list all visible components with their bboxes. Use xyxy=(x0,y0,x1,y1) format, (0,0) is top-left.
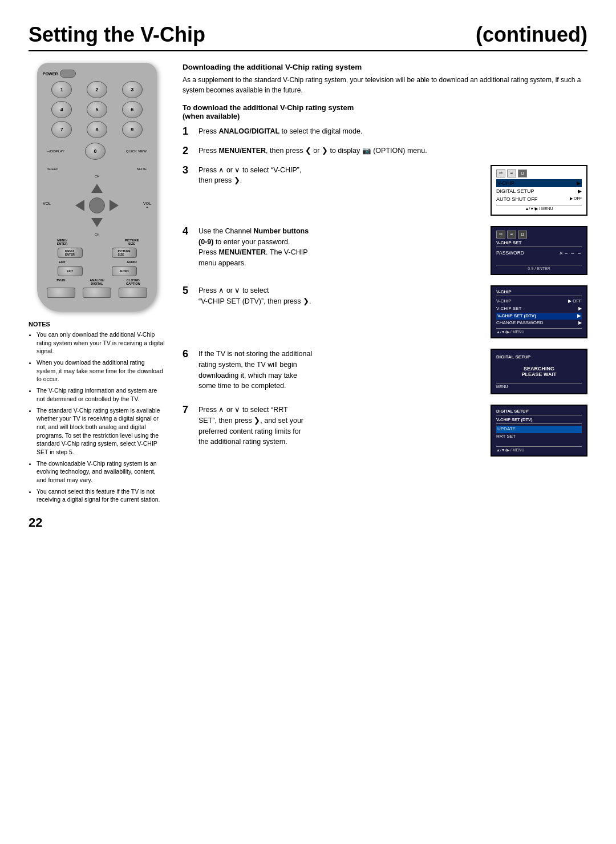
dpad-up-icon xyxy=(91,184,103,193)
btn-8[interactable]: 8 xyxy=(87,121,107,138)
icon-menu-dark: ≡ xyxy=(507,231,516,239)
auto-shut-row: AUTO SHUT OFF▶ OFF xyxy=(496,195,582,203)
remote-control: POWER 1 2 3 4 5 6 7 8 9 –/DISPLAY 0 QUIC… xyxy=(37,63,157,312)
icon-scissors: ✂ xyxy=(496,169,505,177)
step-5-screen: V-CHIP V-CHIP▶ OFF V-CHIP SET▶ V-CHIP SE… xyxy=(491,285,587,341)
power-label: POWER xyxy=(43,72,58,76)
step-4-content: Use the Channel Number buttons (0-9) to … xyxy=(198,226,486,269)
sleep-label: SLEEP xyxy=(47,167,58,171)
screen7-footer: ▲/▼/▶ / MENU xyxy=(496,446,582,453)
change-password-row: CHANGE PASSWORD▶ xyxy=(496,320,582,327)
vol-plus-label: VOL+ xyxy=(143,201,151,209)
audio-label: AUDIO xyxy=(119,260,144,264)
notes-list: You can only download the additional V-C… xyxy=(29,330,165,504)
searching-text: SEARCHINGPLEASE WAIT xyxy=(496,366,582,377)
btn-7[interactable]: 7 xyxy=(51,121,72,138)
step-4: 4 Use the Channel Number buttons (0-9) t… xyxy=(183,226,587,277)
analog-digital-label: ANALOG/DIGITAL xyxy=(84,278,110,285)
btn-2[interactable]: 2 xyxy=(87,81,107,98)
vol-minus-label: VOL– xyxy=(43,201,51,209)
step-4-num: 4 xyxy=(183,226,194,237)
step-2-content: Press MENU/ENTER, then press ❮ or ❯ to d… xyxy=(198,146,587,156)
step-7: 7 Press ∧ or ∨ to select “RRT SET”, then… xyxy=(183,405,587,459)
rrt-screen: DIGITAL SETUP V-CHIP SET (DTV) UPDATE RR… xyxy=(491,405,587,457)
step-3-left: 3 Press ∧ or ∨ to select “V-CHIP”,then p… xyxy=(183,165,486,187)
right-column: Downloading the additional V-Chip rating… xyxy=(183,63,587,530)
ch-label: CH xyxy=(95,175,100,178)
page-title: Setting the V-Chip xyxy=(29,23,205,47)
screen4-footer: 0-9 / ENTER xyxy=(496,265,582,270)
closed-caption-btn[interactable] xyxy=(119,288,147,298)
searching-screen: DIGITAL SETUP SEARCHINGPLEASE WAIT MENU xyxy=(491,349,587,394)
step-6-num: 6 xyxy=(183,349,194,360)
step-5-left: 5 Press ∧ or ∨ to select “V-CHIP SET (DT… xyxy=(183,285,486,307)
downloading-desc: As a supplement to the standard V-Chip r… xyxy=(183,75,587,95)
main-content: POWER 1 2 3 4 5 6 7 8 9 –/DISPLAY 0 QUIC… xyxy=(29,63,587,530)
closed-caption-label: CLOSEDCAPTION xyxy=(120,278,145,285)
note-item-5: The downloadable V-Chip rating system is… xyxy=(37,459,165,484)
dpad[interactable] xyxy=(74,183,120,228)
vchip-menu-screen: V-CHIP V-CHIP▶ OFF V-CHIP SET▶ V-CHIP SE… xyxy=(491,285,587,338)
page-number: 22 xyxy=(29,515,165,530)
btn-3[interactable]: 3 xyxy=(122,81,143,98)
page-header: Setting the V-Chip (continued) xyxy=(29,23,587,51)
note-item-3: The V-Chip rating information and system… xyxy=(37,386,165,403)
display-label: –/DISPLAY xyxy=(47,150,64,153)
menu-enter-label: MENU/ENTER xyxy=(50,239,75,245)
dpad-center xyxy=(89,197,105,213)
tv-av-label: TV/AV xyxy=(48,278,74,285)
how-to-title: To download the additional V-Chip rating… xyxy=(183,103,587,120)
step-1-content: Press ANALOG/DIGITAL to select the digit… xyxy=(198,126,587,137)
digital-setup-row: DIGITAL SETUP▶ xyxy=(496,187,582,195)
step-6-content: If the TV is not storing the additional … xyxy=(198,349,486,391)
btn-9[interactable]: 9 xyxy=(122,121,143,138)
btn-5[interactable]: 5 xyxy=(87,101,107,118)
step-3: 3 Press ∧ or ∨ to select “V-CHIP”,then p… xyxy=(183,165,587,218)
tv-av-btn[interactable] xyxy=(47,288,75,298)
step-7-num: 7 xyxy=(183,405,194,416)
note-item-1: You can only download the additional V-C… xyxy=(37,330,165,356)
picture-size-label: PICTURESIZE xyxy=(119,239,144,245)
step-6-left: 6 If the TV is not storing the additiona… xyxy=(183,349,486,391)
step-6: 6 If the TV is not storing the additiona… xyxy=(183,349,587,397)
exit-label: EXIT xyxy=(50,260,75,264)
step-6-screen: DIGITAL SETUP SEARCHINGPLEASE WAIT MENU xyxy=(491,349,587,397)
step-5-content: Press ∧ or ∨ to select “V-CHIP SET (DTV)… xyxy=(198,285,486,307)
power-button[interactable] xyxy=(60,70,76,78)
step-3-screen: ✂ ≡ Ω V-CHIP▶ DIGITAL SETUP▶ AUTO SHUT O… xyxy=(491,165,587,218)
menu-enter-btn[interactable]: MENU/ENTER xyxy=(58,248,83,258)
btn-6[interactable]: 6 xyxy=(122,101,143,118)
dpad-right-icon xyxy=(110,200,119,211)
mute-label: MUTE xyxy=(137,167,147,171)
picture-size-btn[interactable]: PICTURESIZE xyxy=(112,248,137,258)
rrt-set-row: RRT SET xyxy=(496,433,582,441)
screen5-footer: ▲/▼/▶ / MENU xyxy=(496,328,582,334)
icon-scissors-dark: ✂ xyxy=(496,231,505,239)
numpad: 1 2 3 4 5 6 7 8 9 xyxy=(43,81,151,138)
ch2-label: CH xyxy=(95,233,100,236)
btn-1[interactable]: 1 xyxy=(51,81,72,98)
rrt-title2: V-CHIP SET (DTV) xyxy=(496,417,582,424)
exit-btn[interactable]: EXIT xyxy=(58,266,83,276)
btn-0[interactable]: 0 xyxy=(85,143,106,160)
option-menu-screen: ✂ ≡ Ω V-CHIP▶ DIGITAL SETUP▶ AUTO SHUT O… xyxy=(491,165,587,216)
btn-4[interactable]: 4 xyxy=(51,101,72,118)
analog-digital-btn[interactable] xyxy=(83,288,111,298)
vchip-off-row: V-CHIP▶ OFF xyxy=(496,298,582,305)
downloading-title: Downloading the additional V-Chip rating… xyxy=(183,63,587,71)
icon-option: Ω xyxy=(518,169,527,177)
digital-setup-title: DIGITAL SETUP xyxy=(496,354,582,360)
step-7-screen: DIGITAL SETUP V-CHIP SET (DTV) UPDATE RR… xyxy=(491,405,587,459)
vchip-set-dtv-row: V-CHIP SET (DTV)▶ xyxy=(496,313,582,320)
audio-btn[interactable]: AUDIO xyxy=(112,266,137,276)
rrt-update-row: UPDATE xyxy=(496,426,582,433)
vchip-menu-header: V-CHIP xyxy=(496,289,582,296)
quickview-label: QUICK VIEW xyxy=(126,150,147,153)
screen6-footer: MENU xyxy=(496,383,582,389)
step-1: 1 Press ANALOG/DIGITAL to select the dig… xyxy=(183,126,587,138)
icon-option-dark: Ω xyxy=(518,231,527,239)
step-5-num: 5 xyxy=(183,285,194,297)
dpad-left-icon xyxy=(75,200,84,211)
step-5: 5 Press ∧ or ∨ to select “V-CHIP SET (DT… xyxy=(183,285,587,341)
step-7-content: Press ∧ or ∨ to select “RRT SET”, then p… xyxy=(198,405,486,447)
